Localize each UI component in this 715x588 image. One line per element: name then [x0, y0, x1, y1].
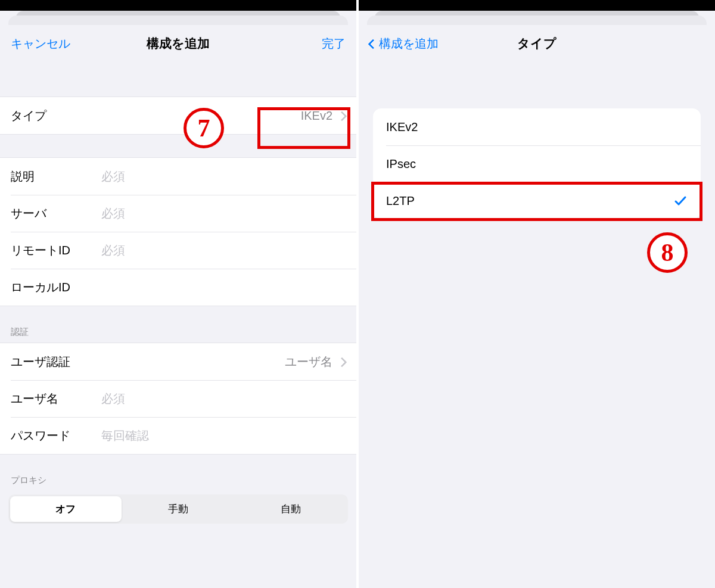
username-label: ユーザ名: [11, 391, 100, 407]
navbar: キャンセル 構成を追加 完了: [0, 25, 356, 62]
auth-group: ユーザ認証 ユーザ名 ユーザ名 パスワード: [0, 343, 356, 455]
option-label: L2TP: [386, 194, 415, 208]
password-label: パスワード: [11, 428, 100, 444]
auth-header: 認証: [0, 326, 356, 343]
sheet-stack: [359, 11, 715, 25]
user-auth-label: ユーザ認証: [11, 354, 100, 370]
type-label: タイプ: [11, 108, 76, 124]
description-row[interactable]: 説明: [0, 158, 356, 195]
identity-group: 説明 サーバ リモートID ローカルID: [0, 157, 356, 306]
proxy-header: プロキシ: [0, 475, 356, 491]
description-input[interactable]: [100, 169, 346, 184]
chevron-left-icon: [369, 37, 377, 51]
back-label: 構成を追加: [379, 36, 439, 52]
local-id-input[interactable]: [100, 280, 346, 295]
type-option-ipsec[interactable]: IPsec: [373, 145, 701, 182]
password-input[interactable]: [100, 428, 346, 443]
remote-id-row[interactable]: リモートID: [0, 232, 356, 269]
server-input[interactable]: [100, 206, 346, 221]
navbar: 構成を追加 タイプ: [359, 25, 715, 62]
type-group: タイプ IKEv2: [0, 97, 356, 135]
option-label: IPsec: [386, 157, 416, 171]
remote-id-input[interactable]: [100, 243, 346, 258]
type-option-ikev2[interactable]: IKEv2: [373, 108, 701, 145]
proxy-segment-off[interactable]: オフ: [10, 496, 122, 522]
local-id-label: ローカルID: [11, 279, 100, 295]
type-value: IKEv2: [301, 109, 338, 123]
proxy-segmented[interactable]: オフ 手動 自動: [8, 494, 348, 524]
done-button[interactable]: 完了: [274, 36, 346, 52]
local-id-row[interactable]: ローカルID: [0, 269, 356, 306]
proxy-segment-manual[interactable]: 手動: [123, 496, 234, 522]
screen-type-select: 構成を追加 タイプ IKEv2 IPsec L2TP: [359, 11, 715, 588]
type-option-l2tp[interactable]: L2TP: [373, 182, 701, 219]
back-button[interactable]: 構成を追加: [369, 36, 441, 52]
sheet-stack: [0, 11, 356, 25]
screen-divider: [356, 0, 359, 588]
type-row[interactable]: タイプ IKEv2: [0, 97, 356, 134]
screen-add-configuration: キャンセル 構成を追加 完了 タイプ IKEv2 説明: [0, 11, 356, 588]
proxy-segment-auto[interactable]: 自動: [235, 496, 346, 522]
server-row[interactable]: サーバ: [0, 195, 356, 232]
type-options-list: IKEv2 IPsec L2TP: [373, 108, 701, 219]
checkmark-icon: [673, 194, 688, 208]
username-input[interactable]: [100, 391, 346, 406]
annotation-badge-8: 8: [647, 232, 688, 273]
chevron-right-icon: [338, 109, 346, 123]
user-auth-row[interactable]: ユーザ認証 ユーザ名: [0, 343, 356, 380]
user-auth-value: ユーザ名: [285, 354, 338, 370]
remote-id-label: リモートID: [11, 242, 100, 259]
chevron-right-icon: [338, 355, 346, 369]
cancel-button[interactable]: キャンセル: [11, 36, 82, 52]
option-label: IKEv2: [386, 120, 418, 134]
server-label: サーバ: [11, 206, 100, 222]
description-label: 説明: [11, 169, 100, 185]
password-row[interactable]: パスワード: [0, 417, 356, 454]
username-row[interactable]: ユーザ名: [0, 380, 356, 417]
